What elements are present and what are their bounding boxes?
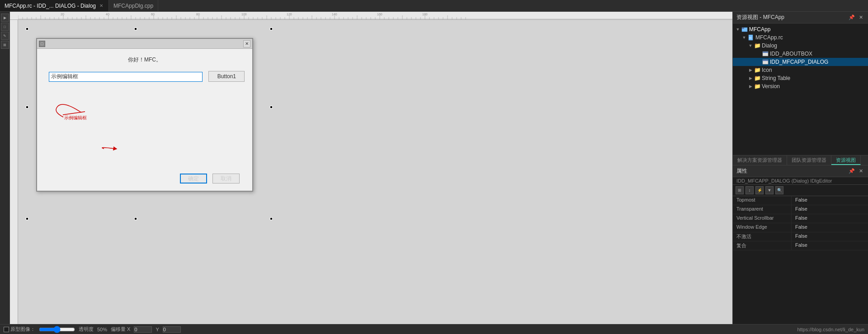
tree-icon-version-folder: 📁 (754, 83, 761, 90)
dialog-title-icon: □ (39, 41, 45, 47)
props-val-windowedge[interactable]: False (792, 223, 868, 232)
checkbox-label: 原型图像： (10, 326, 35, 333)
handle-tl[interactable] (26, 28, 28, 30)
handle-ml[interactable] (26, 106, 28, 108)
tab-cpp-label: MFCAppDlg.cpp (113, 3, 153, 9)
handle-mr[interactable] (270, 106, 273, 108)
tree-icon-maindlg (762, 58, 769, 66)
tree-label-root: MFCApp (749, 26, 770, 33)
opacity-slider[interactable] (39, 326, 75, 333)
handle-bl[interactable] (26, 217, 28, 220)
offset-y-input[interactable] (163, 326, 181, 333)
tree-expand-rc[interactable]: ▼ (741, 34, 747, 41)
props-tool-grid[interactable]: ⊞ (736, 186, 744, 194)
tool-btn-1[interactable]: ▶ (1, 14, 9, 22)
props-tool-sort[interactable]: ↕ (745, 186, 754, 194)
props-panel-controls: 📌 ✕ (848, 168, 864, 175)
props-val-topmost[interactable]: False (792, 196, 868, 205)
svg-text:180: 180 (422, 13, 428, 16)
props-pin-button[interactable]: 📌 (848, 168, 855, 175)
tree-item-version-folder[interactable]: ▶ 📁 Version (733, 82, 868, 90)
props-close-button[interactable]: ✕ (857, 168, 864, 175)
checkbox-box[interactable] (4, 327, 9, 332)
props-val-vscroll[interactable]: False (792, 214, 868, 223)
bottom-checkbox[interactable]: 原型图像： (4, 326, 35, 333)
tree-expand-root[interactable]: ▼ (735, 26, 741, 33)
svg-text:160: 160 (377, 13, 382, 16)
tree-label-maindlg: IDD_MFCAPP_DIALOG (770, 59, 828, 65)
tab-team-explorer[interactable]: 团队资源管理器 (787, 155, 831, 165)
dialog-cancel-button[interactable]: 取消 (212, 174, 240, 183)
props-row-vscroll: Vertical Scrollbar False (733, 214, 868, 223)
resource-tree-view[interactable]: ▼ MFCApp ▼ rc MFCApp.rc ▼ 📁 Dialog (733, 24, 868, 155)
tree-icon-dialog-folder: 📁 (754, 42, 761, 49)
tree-expand-icon-folder[interactable]: ▶ (747, 67, 754, 73)
offset-x-input[interactable] (134, 326, 152, 333)
tree-item-rc[interactable]: ▼ rc MFCApp.rc (733, 33, 868, 42)
tree-item-stringtable-folder[interactable]: ▶ 📁 String Table (733, 74, 868, 82)
svg-text:120: 120 (287, 13, 292, 16)
panel-close-button[interactable]: ✕ (857, 14, 864, 21)
props-row-inactive: 不激活 False (733, 232, 868, 241)
props-row-topmost: Topmost False (733, 196, 868, 205)
dialog-window: □ ✕ 你好！MFC。 Button1 (36, 38, 253, 192)
tree-expand-stringtable-folder[interactable]: ▶ (747, 75, 754, 81)
handle-br[interactable] (270, 217, 273, 220)
props-subtitle: IDD_MFCAPP_DIALOG (Dialog) IDlgEditor (733, 177, 868, 185)
props-tool-filter[interactable]: ▼ (765, 186, 774, 194)
tree-icon-aboutbox (762, 50, 769, 57)
ruler-top: 20406080100120140160180 (10, 12, 732, 20)
handle-tm[interactable] (134, 28, 137, 30)
tab-dialog[interactable]: MFCApp.rc - IDD_... DIALOG - Dialog ✕ (0, 0, 109, 11)
dialog-close-button[interactable]: ✕ (243, 40, 250, 47)
editor-area: 20406080100120140160180 (10, 12, 732, 324)
tab-resource-view[interactable]: 资源视图 (831, 155, 861, 165)
tree-expand-dialog-folder[interactable]: ▼ (747, 42, 754, 49)
tree-item-maindlg[interactable]: ▶ IDD_MFCAPP_DIALOG (733, 58, 868, 66)
tool-btn-4[interactable]: ⊞ (1, 41, 9, 49)
svg-rect-113 (742, 28, 744, 29)
tree-icon-root (741, 26, 748, 33)
resource-tabs: 解决方案资源管理器 团队资源管理器 资源视图 (733, 155, 868, 165)
dialog-canvas[interactable]: □ ✕ 你好！MFC。 Button1 (18, 20, 732, 324)
svg-rect-117 (763, 52, 768, 53)
tab-dialog-close[interactable]: ✕ (99, 3, 104, 9)
props-tool-search[interactable]: 🔍 (775, 186, 783, 194)
tool-btn-3[interactable]: ✎ (1, 32, 9, 40)
props-key-windowedge: Window Edge (733, 223, 792, 232)
props-val-inactive[interactable]: False (792, 232, 868, 241)
dialog-ok-button[interactable]: 确定 (180, 174, 207, 183)
props-val-transparent[interactable]: False (792, 205, 868, 214)
props-tool-events[interactable]: ⚡ (755, 186, 764, 194)
tree-item-aboutbox[interactable]: ▶ IDD_ABOUTBOX (733, 50, 868, 58)
tab-bar: MFCApp.rc - IDD_... DIALOG - Dialog ✕ MF… (0, 0, 868, 12)
props-title: 属性 (736, 167, 747, 175)
props-key-inactive: 不激活 (733, 232, 792, 241)
tree-item-root[interactable]: ▼ MFCApp (733, 25, 868, 33)
props-header: 属性 📌 ✕ (733, 165, 868, 177)
tree-expand-version-folder[interactable]: ▶ (747, 83, 754, 89)
tree-icon-stringtable-folder: 📁 (754, 75, 761, 82)
handle-tr[interactable] (270, 28, 273, 30)
tab-cpp[interactable]: MFCAppDlg.cpp (109, 0, 158, 11)
panel-controls: 📌 ✕ (848, 14, 864, 21)
tree-label-stringtable: String Table (762, 75, 790, 81)
panel-pin-button[interactable]: 📌 (848, 14, 855, 21)
url-text: https://blog.csdn.net/li_de_kun (184, 327, 864, 332)
handle-bm[interactable] (134, 217, 137, 220)
dialog-canvas-inner: □ ✕ 你好！MFC。 Button1 (27, 29, 271, 219)
dialog-button1[interactable]: Button1 (208, 71, 245, 82)
dialog-hello-label: 你好！MFC。 (44, 56, 245, 64)
svg-text:20: 20 (61, 13, 64, 16)
props-val-composite[interactable]: False (792, 241, 868, 250)
tool-btn-2[interactable]: □ (1, 23, 9, 31)
tree-label-aboutbox: IDD_ABOUTBOX (770, 51, 812, 57)
tree-label-dialog-folder: Dialog (762, 42, 777, 49)
tab-solution-explorer[interactable]: 解决方案资源管理器 (733, 155, 787, 165)
tree-item-dialog-folder[interactable]: ▼ 📁 Dialog (733, 42, 868, 50)
svg-text:40: 40 (106, 13, 109, 16)
dialog-edit-box[interactable] (49, 72, 203, 82)
tree-item-icon-folder[interactable]: ▶ 📁 Icon (733, 66, 868, 74)
svg-text:80: 80 (196, 13, 200, 16)
toolbox-strip: ▶ □ ✎ ⊞ (0, 12, 10, 324)
